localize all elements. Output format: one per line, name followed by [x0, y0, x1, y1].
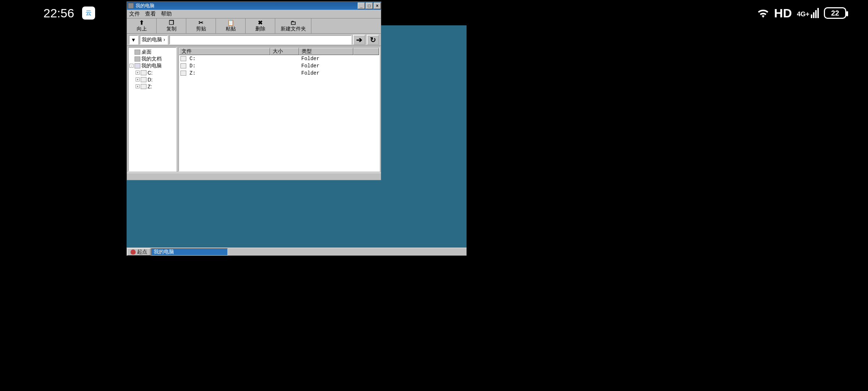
tree-documents[interactable]: 我的文档 [129, 55, 175, 62]
drive-icon [141, 70, 146, 75]
list-header: 文件 大小 类型 [179, 48, 379, 55]
tree-computer[interactable]: -我的电脑 [129, 62, 175, 69]
hd-indicator: HD [774, 6, 792, 20]
status-bar [127, 173, 381, 180]
address-path[interactable]: 我的电脑 › [140, 35, 168, 45]
address-input[interactable] [169, 35, 352, 45]
tree-drive-c[interactable]: +C: [129, 69, 175, 76]
tree-desktop[interactable]: 桌面 [129, 49, 175, 55]
battery-indicator: 22 [824, 7, 846, 19]
drive-icon [180, 63, 186, 68]
refresh-button[interactable]: ↻ [367, 35, 379, 45]
network-indicator: 4G+ [797, 8, 819, 18]
start-button[interactable]: 起点 [127, 248, 150, 256]
clock: 22:56 [43, 6, 74, 20]
expand-icon[interactable]: + [136, 84, 140, 88]
list-item[interactable]: D: Folder [179, 62, 379, 70]
drive-icon [141, 84, 146, 89]
expand-icon[interactable]: + [136, 77, 140, 81]
desktop-icon [135, 50, 140, 55]
tree-drive-d[interactable]: +D: [129, 76, 175, 83]
drive-icon [180, 71, 186, 76]
wine-icon [131, 249, 136, 255]
status-indicators: HD 4G+ 22 [757, 6, 846, 20]
address-bar: ▼ 我的电脑 › ➔ ↻ [127, 34, 381, 46]
col-size[interactable]: 大小 [270, 48, 299, 55]
folder-tree[interactable]: 桌面 我的文档 -我的电脑 +C: +D: +Z: [128, 47, 176, 172]
col-file[interactable]: 文件 [179, 48, 270, 55]
go-button[interactable]: ➔ [353, 35, 365, 45]
app-badge-icon: 云 [82, 7, 95, 20]
computer-icon [135, 63, 140, 68]
taskbar: 起点 我的电脑 [127, 248, 467, 256]
taskbar-item[interactable]: 我的电脑 [151, 248, 228, 256]
collapse-icon[interactable]: - [129, 64, 133, 68]
list-item[interactable]: C: Folder [179, 55, 379, 62]
drive-icon [141, 77, 146, 82]
file-list[interactable]: 文件 大小 类型 C: Folder D: Folder [178, 47, 380, 172]
android-status-bar: 22:56 云 HD 4G+ 22 [0, 0, 868, 26]
documents-icon [135, 56, 140, 62]
wifi-icon [757, 8, 769, 18]
expand-icon[interactable]: + [136, 71, 140, 75]
col-type[interactable]: 类型 [299, 48, 353, 55]
arrow-right-icon: ➔ [356, 35, 362, 44]
col-extra[interactable] [353, 48, 379, 55]
address-dropdown[interactable]: ▼ [129, 35, 138, 45]
list-item[interactable]: Z: Folder [179, 70, 379, 77]
file-manager-window: 我的电脑 _ □ × 文件 查看 帮助 ⬆ 向上 ❐ 复制 ✂ 剪贴 📋 粘贴 … [127, 1, 381, 180]
refresh-icon: ↻ [370, 35, 376, 44]
tree-drive-z[interactable]: +Z: [129, 83, 175, 90]
drive-icon [180, 56, 186, 61]
